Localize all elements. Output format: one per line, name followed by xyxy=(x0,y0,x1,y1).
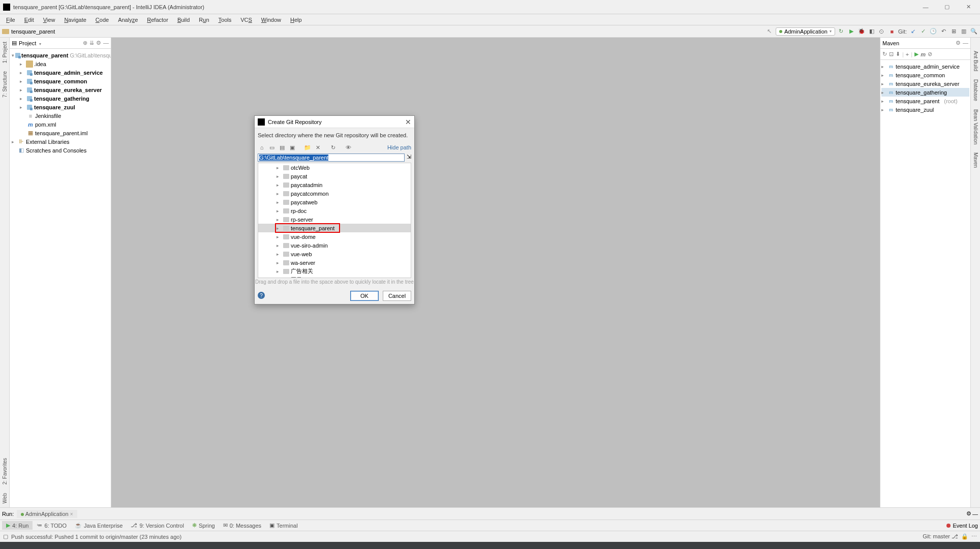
tree-item[interactable]: tensquare_zuul xyxy=(34,104,75,110)
menu-navigate[interactable]: Navigate xyxy=(60,16,90,24)
ok-button[interactable]: OK xyxy=(350,291,379,301)
download-icon[interactable]: ⬇ xyxy=(896,51,900,57)
maven-item[interactable]: tensquare_parent xyxy=(896,98,939,104)
module-icon[interactable]: ▣ xyxy=(288,143,296,151)
debug-button[interactable]: 🐞 xyxy=(858,27,866,36)
gutter-maven[interactable]: Maven xyxy=(972,148,979,172)
dialog-folder-row[interactable]: ▸wa-server xyxy=(258,258,411,267)
dialog-folder-row[interactable]: ▸paycat xyxy=(258,172,411,180)
menu-window[interactable]: Window xyxy=(257,16,285,24)
dialog-folder-row[interactable]: ▸paycatweb xyxy=(258,198,411,206)
gutter-structure[interactable]: 7: Structure xyxy=(1,67,9,102)
dialog-folder-row[interactable]: ▸rp-server xyxy=(258,215,411,224)
dialog-folder-row[interactable]: ▸开元 xyxy=(258,276,411,278)
dialog-folder-tree[interactable]: ▸otcWeb▸paycat▸paycatadmin▸paycatcommon▸… xyxy=(258,163,411,278)
maven-item[interactable]: tensquare_eureka_server xyxy=(896,81,959,87)
reload-icon[interactable]: ↻ xyxy=(837,27,845,36)
tree-item[interactable]: tensquare_common xyxy=(34,78,87,84)
gear-icon[interactable]: ⚙ xyxy=(956,40,961,46)
desktop-icon[interactable]: ▭ xyxy=(268,143,276,151)
hide-icon[interactable]: — xyxy=(963,40,968,46)
cog-icon[interactable]: ⋯ xyxy=(971,533,977,540)
path-dropdown-icon[interactable]: ⇲ xyxy=(407,154,411,162)
new-folder-icon[interactable]: 📁 xyxy=(303,143,312,151)
gear-icon[interactable]: ⚙ xyxy=(96,40,101,46)
menu-code[interactable]: Code xyxy=(91,16,113,24)
tree-item[interactable]: tensquare_eureka_server xyxy=(34,87,102,93)
tab-terminal[interactable]: ▣Terminal xyxy=(265,521,302,530)
maven-item[interactable]: tensquare_gathering xyxy=(896,89,947,96)
home-icon[interactable]: ⌂ xyxy=(258,143,266,151)
maven-item[interactable]: tensquare_zuul xyxy=(896,107,934,113)
run-button[interactable]: ▶ xyxy=(847,27,855,36)
hide-path-link[interactable]: Hide path xyxy=(387,144,411,150)
maven-item[interactable]: tensquare_admin_service xyxy=(896,64,960,70)
tree-ext-lib[interactable]: External Libraries xyxy=(26,139,70,145)
dialog-folder-row[interactable]: ▸paycatadmin xyxy=(258,180,411,189)
dialog-folder-row[interactable]: ▸paycatcommon xyxy=(258,189,411,198)
menu-analyze[interactable]: Analyze xyxy=(114,16,142,24)
tree-item[interactable]: pom.xml xyxy=(35,121,56,128)
project-view-dropdown[interactable] xyxy=(38,40,41,46)
gutter-project[interactable]: 1: Project xyxy=(1,38,9,67)
search-icon[interactable]: 🔍 xyxy=(970,27,978,36)
help-icon[interactable]: ? xyxy=(258,292,265,299)
tree-item[interactable]: .idea xyxy=(34,61,46,67)
tab-todo[interactable]: ≔6: TODO xyxy=(33,521,71,530)
gutter-web[interactable]: Web xyxy=(1,489,9,507)
tab-java-enterprise[interactable]: ☕Java Enterprise xyxy=(71,521,127,530)
dialog-folder-row[interactable]: ▸rp-doc xyxy=(258,206,411,215)
menu-refactor[interactable]: Refactor xyxy=(143,16,172,24)
menu-file[interactable]: File xyxy=(2,16,19,24)
tab-messages[interactable]: ✉0: Messages xyxy=(219,521,265,530)
git-update-icon[interactable]: ↙ xyxy=(909,27,917,36)
add-icon[interactable]: + xyxy=(906,51,909,57)
menu-view[interactable]: View xyxy=(39,16,59,24)
hide-icon[interactable]: — xyxy=(972,511,978,517)
split-icon[interactable]: ▥ xyxy=(960,27,968,36)
menu-vcs[interactable]: VCS xyxy=(236,16,256,24)
tree-scratches[interactable]: Scratches and Consoles xyxy=(26,147,86,154)
lock-icon[interactable]: 🔒 xyxy=(961,533,968,540)
run-maven-icon[interactable]: ▶ xyxy=(914,51,918,57)
tree-item[interactable]: tensquare_parent.iml xyxy=(35,130,87,136)
dialog-folder-row[interactable]: ▸vue-web xyxy=(258,250,411,258)
gutter-ant[interactable]: Ant Build xyxy=(972,47,979,75)
breadcrumb[interactable]: tensquare_parent xyxy=(2,28,55,35)
gutter-bean[interactable]: Bean Validation xyxy=(972,105,979,148)
menu-edit[interactable]: Edit xyxy=(20,16,38,24)
minimize-button[interactable]: — xyxy=(917,2,934,13)
maven-m-icon[interactable]: m xyxy=(921,51,926,57)
close-button[interactable]: ✕ xyxy=(960,2,977,13)
git-branch[interactable]: Git: master ⎇ xyxy=(923,533,958,540)
run-config-selector[interactable]: AdminApplication ▾ xyxy=(776,27,835,36)
gutter-favorites[interactable]: 2: Favorites xyxy=(1,454,9,489)
stop-button[interactable]: ■ xyxy=(888,27,896,36)
dialog-folder-row[interactable]: ▸otcWeb xyxy=(258,163,411,172)
menu-run[interactable]: Run xyxy=(195,16,213,24)
maven-item[interactable]: tensquare_common xyxy=(896,72,945,78)
hide-icon[interactable]: — xyxy=(103,40,109,46)
dialog-folder-row[interactable]: ▸广告相关 xyxy=(258,267,411,276)
gear-icon[interactable]: ⚙ xyxy=(966,510,971,517)
generate-icon[interactable]: ⊡ xyxy=(889,51,894,57)
tree-root[interactable]: tensquare_parent xyxy=(21,52,68,58)
refresh-icon[interactable]: ↻ xyxy=(329,143,337,151)
maven-tree[interactable]: ▸mtensquare_admin_service ▸mtensquare_co… xyxy=(880,60,970,116)
git-commit-icon[interactable]: ✓ xyxy=(919,27,927,36)
structure-icon[interactable]: ⊞ xyxy=(950,27,958,36)
event-log[interactable]: Event Log xyxy=(946,523,978,529)
project-icon[interactable]: ▤ xyxy=(278,143,286,151)
run-tab-config[interactable]: AdminApplication × xyxy=(17,510,77,518)
tab-spring[interactable]: ❋Spring xyxy=(188,521,219,530)
tree-item[interactable]: tensquare_gathering xyxy=(34,96,89,102)
collapse-icon[interactable]: ⇊ xyxy=(89,40,94,46)
delete-icon[interactable]: ✕ xyxy=(314,143,322,151)
menu-build[interactable]: Build xyxy=(173,16,194,24)
git-history-icon[interactable]: 🕒 xyxy=(929,27,937,36)
git-revert-icon[interactable]: ↶ xyxy=(939,27,947,36)
maximize-button[interactable]: ▢ xyxy=(938,2,956,13)
reimport-icon[interactable]: ↻ xyxy=(882,51,887,57)
back-icon[interactable]: ↖ xyxy=(765,27,774,36)
path-input[interactable]: G:\GitLab\tensquare_parent xyxy=(258,154,405,162)
